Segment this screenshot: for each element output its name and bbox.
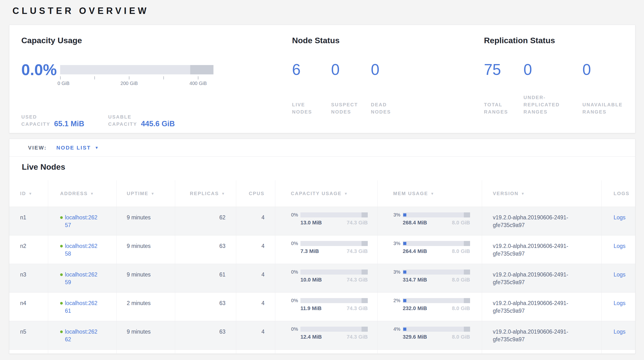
capacity-bar: [300, 327, 368, 332]
live-status-dot-icon: [60, 330, 63, 333]
live-nodes-count: 6: [292, 62, 331, 78]
mem-percent: 2%: [393, 298, 400, 303]
capacity-total: 74.3 GiB: [347, 276, 368, 283]
sort-icon: ▼: [90, 192, 94, 196]
node-mem-usage: 3% 268.4 MiB 8.0 GiB: [378, 207, 482, 235]
node-address-cell: localhost:26258: [48, 235, 117, 264]
axis-tick-label: 200 GiB: [120, 81, 138, 86]
capacity-used: 7.3 MiB: [300, 248, 319, 255]
node-cpus: 4: [236, 293, 275, 321]
node-address-link[interactable]: localhost:26261: [65, 299, 98, 315]
node-uptime: 9 minutes: [117, 207, 175, 235]
mem-used: 232.0 MiB: [403, 305, 427, 312]
logs-cell: Logs: [602, 293, 636, 321]
sort-icon: ▼: [430, 192, 434, 196]
capacity-total: 74.3 GiB: [347, 219, 368, 226]
capacity-usage-heading: Capacity Usage: [21, 36, 214, 45]
node-list-card: VIEW: NODE LIST ▼ Live Nodes ID ▼ ADDRES…: [9, 139, 636, 354]
capacity-percent: 0%: [291, 241, 298, 246]
table-row: n4 localhost:26261 2 minutes 63 4 0% 11.…: [9, 292, 635, 321]
node-uptime: 9 minutes: [117, 264, 175, 292]
mem-bar: [403, 327, 470, 332]
logs-link[interactable]: Logs: [614, 300, 626, 306]
sort-icon: ▼: [151, 192, 155, 196]
node-address-link[interactable]: localhost:26259: [65, 271, 98, 286]
page-title: CLUSTER OVERVIEW: [12, 6, 149, 16]
capacity-gauge-track: [60, 65, 214, 74]
capacity-total: 74.3 GiB: [347, 305, 368, 312]
node-id: n1: [9, 207, 48, 235]
capacity-bar: [300, 270, 368, 275]
sort-icon: ▼: [344, 192, 348, 196]
table-row-partial: [9, 349, 635, 354]
node-replicas: 61: [175, 264, 236, 292]
usable-capacity-label: CAPACITY: [108, 120, 137, 128]
chevron-down-icon: ▼: [95, 146, 100, 150]
capacity-percent: 0%: [291, 298, 298, 303]
column-header-logs: LOGS: [602, 180, 636, 207]
axis-tick-label: 0 GiB: [58, 81, 70, 86]
logs-link[interactable]: Logs: [614, 271, 626, 278]
mem-total: 8.0 GiB: [452, 333, 470, 340]
node-mem-usage: 3% 264.4 MiB 8.0 GiB: [378, 235, 482, 264]
live-nodes-label: LIVE NODES: [292, 101, 331, 115]
capacity-total: 74.3 GiB: [347, 333, 368, 340]
node-cpus: 4: [236, 207, 275, 235]
logs-link[interactable]: Logs: [614, 328, 626, 335]
capacity-percent: 0%: [291, 212, 298, 218]
node-cpus: 4: [236, 264, 275, 292]
capacity-bar: [300, 241, 368, 246]
table-header-row: ID ▼ ADDRESS ▼ UPTIME ▼ REPLICAS ▼ CPUS …: [9, 180, 635, 207]
node-address-cell: localhost:26261: [48, 293, 117, 321]
mem-total: 8.0 GiB: [452, 305, 470, 312]
node-mem-usage: 3% 314.7 MiB 8.0 GiB: [378, 264, 482, 292]
logs-link[interactable]: Logs: [614, 214, 626, 221]
usable-capacity-stat: USABLE CAPACITY 445.6 GiB: [108, 113, 175, 128]
column-header-cpus[interactable]: CPUS: [236, 180, 275, 207]
view-selector-dropdown[interactable]: NODE LIST ▼: [56, 145, 99, 151]
capacity-used: 12.4 MiB: [300, 333, 322, 340]
node-replicas: 63: [175, 293, 236, 321]
node-uptime: 2 minutes: [117, 293, 175, 321]
suspect-nodes-count: 0: [331, 62, 371, 78]
axis-tick: [129, 76, 130, 79]
replication-status-section: Replication Status 75 0 0 TOTAL RANGES U…: [484, 36, 644, 115]
mem-percent: 4%: [393, 326, 400, 332]
capacity-usage-section: Capacity Usage 0.0% 0 GiB 200 GiB 400 Gi…: [21, 36, 214, 128]
capacity-bar: [300, 212, 368, 218]
node-address-cell: localhost:26257: [48, 207, 117, 235]
column-header-capacity-usage[interactable]: CAPACITY USAGE ▼: [275, 180, 378, 207]
column-header-id[interactable]: ID ▼: [9, 180, 48, 207]
column-header-version[interactable]: VERSION ▼: [482, 180, 602, 207]
node-address-cell: localhost:26259: [48, 264, 117, 292]
node-capacity-usage: 0% 10.0 MiB 74.3 GiB: [275, 264, 378, 292]
node-id: n5: [9, 321, 48, 349]
node-address-link[interactable]: localhost:26258: [65, 242, 98, 258]
live-status-dot-icon: [60, 216, 63, 219]
usable-capacity-label: USABLE: [108, 113, 137, 120]
node-version: v19.2.0-alpha.20190606-2491-gfe735c9a97: [482, 207, 602, 235]
node-address-link[interactable]: localhost:26257: [65, 214, 98, 229]
used-capacity-stat: USED CAPACITY 65.1 MiB: [21, 113, 84, 128]
table-row: n3 localhost:26259 9 minutes 61 4 0% 10.…: [9, 264, 635, 292]
capacity-used: 10.0 MiB: [300, 276, 322, 283]
node-address-link[interactable]: localhost:26262: [65, 328, 98, 343]
dead-nodes-label: DEAD NODES: [371, 101, 419, 115]
node-replicas: 63: [175, 321, 236, 349]
dead-nodes-count: 0: [371, 62, 419, 78]
mem-bar: [403, 298, 470, 303]
logs-cell: Logs: [602, 264, 636, 292]
node-capacity-usage: 0% 12.4 MiB 74.3 GiB: [275, 321, 378, 349]
live-status-dot-icon: [60, 302, 63, 305]
node-id: n4: [9, 293, 48, 321]
column-header-mem-usage[interactable]: MEM USAGE ▼: [378, 180, 482, 207]
logs-link[interactable]: Logs: [614, 243, 626, 249]
node-version: v19.2.0-alpha.20190606-2491-gfe735c9a97: [482, 264, 602, 292]
column-header-uptime[interactable]: UPTIME ▼: [117, 180, 175, 207]
capacity-gauge-axis: 0 GiB 200 GiB 400 GiB: [60, 74, 214, 86]
axis-tick-label: 400 GiB: [190, 81, 207, 86]
used-capacity-label: CAPACITY: [21, 120, 50, 128]
column-header-address[interactable]: ADDRESS ▼: [48, 180, 117, 207]
capacity-gauge: 0 GiB 200 GiB 400 GiB: [60, 65, 214, 86]
column-header-replicas[interactable]: REPLICAS ▼: [175, 180, 236, 207]
